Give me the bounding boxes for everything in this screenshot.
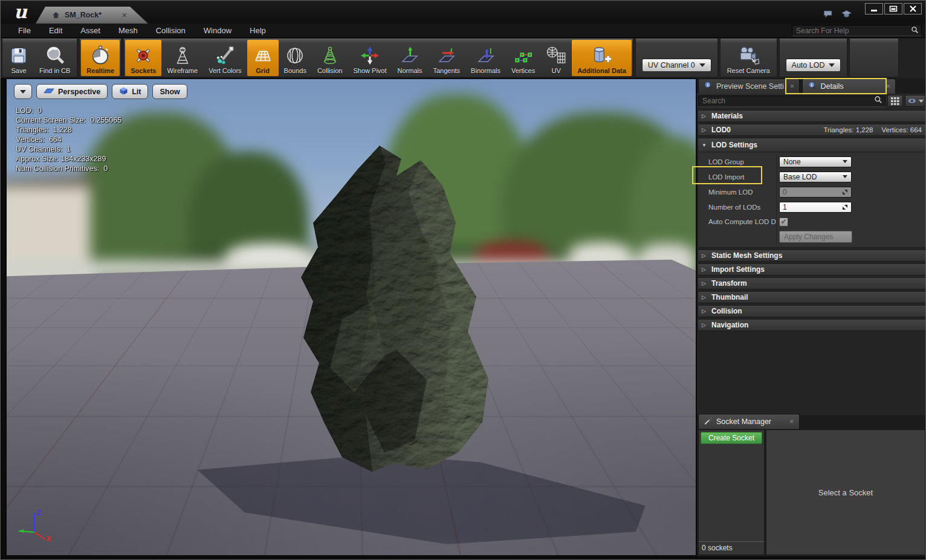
close-button[interactable] xyxy=(904,3,922,14)
viewport-options-button[interactable] xyxy=(14,84,32,99)
menu-window[interactable]: Window xyxy=(195,24,241,38)
menu-file[interactable]: File xyxy=(9,24,40,38)
apply-changes-row: Apply Changes xyxy=(698,229,925,245)
section-navigation[interactable]: ▷ Navigation xyxy=(698,319,926,331)
uv-channel-dropdown[interactable]: UV Channel 0 xyxy=(642,59,711,72)
camera-icon xyxy=(737,44,760,67)
help-search-box[interactable] xyxy=(792,25,922,36)
lit-button[interactable]: Lit xyxy=(112,84,148,99)
section-lod-settings[interactable]: ▼ LOD Settings xyxy=(698,138,926,152)
rock-mesh[interactable] xyxy=(245,138,505,477)
details-search-box[interactable] xyxy=(698,95,886,107)
sockets-button[interactable]: Sockets xyxy=(125,40,161,76)
lod0-triangles: Triangles: 1,228 xyxy=(823,126,873,134)
tab-close-icon[interactable]: ✕ xyxy=(790,83,795,89)
section-lod0[interactable]: ▷ LOD0 Triangles: 1,228 Vertices: 664 xyxy=(698,124,926,136)
normals-button[interactable]: Normals xyxy=(392,40,428,76)
tab-socket-manager[interactable]: Socket Manager ✕ xyxy=(698,414,800,429)
section-collision[interactable]: ▷ Collision xyxy=(698,305,926,317)
menu-collision[interactable]: Collision xyxy=(147,24,195,38)
menu-edit[interactable]: Edit xyxy=(40,24,71,38)
show-pivot-button[interactable]: Show Pivot xyxy=(348,40,392,76)
number-of-lods-row: Number of LODs 1 xyxy=(698,199,925,214)
chevron-down-icon xyxy=(843,175,847,178)
minimize-button[interactable] xyxy=(865,3,883,14)
auto-compute-checkbox[interactable]: ✔ xyxy=(779,217,788,227)
show-button[interactable]: Show xyxy=(152,84,187,99)
tab-preview-scene-settings[interactable]: i Preview Scene Setti ✕ xyxy=(698,79,800,94)
find-in-cb-button[interactable]: Find in CB xyxy=(34,40,76,76)
toolbar: Save Find in CB Realtime xyxy=(1,38,925,78)
menu-mesh[interactable]: Mesh xyxy=(109,24,147,38)
search-icon xyxy=(911,25,919,36)
magnifier-icon xyxy=(45,44,65,67)
stat-screen-size: Current Screen Size: 0.255065 xyxy=(16,115,121,125)
vert-colors-button[interactable]: Vert Colors xyxy=(203,40,247,76)
auto-lod-dropdown[interactable]: Auto LOD xyxy=(786,59,841,72)
socket-count: 0 sockets xyxy=(699,541,764,555)
tab-close-icon[interactable]: ✕ xyxy=(789,419,794,425)
realtime-button[interactable]: Realtime xyxy=(81,40,120,76)
section-import-settings[interactable]: ▷ Import Settings xyxy=(698,263,926,275)
section-materials[interactable]: ▷ Materials xyxy=(698,110,926,122)
section-transform[interactable]: ▷ Transform xyxy=(698,277,926,289)
bounds-button[interactable]: Bounds xyxy=(279,40,312,76)
additional-data-button[interactable]: Additional Data xyxy=(572,40,632,76)
expander-icon: ▷ xyxy=(702,127,708,133)
uv-button[interactable]: UV xyxy=(540,40,572,76)
select-socket-hint: Select a Socket xyxy=(818,488,873,497)
vertices-icon xyxy=(513,44,534,67)
details-sections: ▷ Materials ▷ LOD0 Triangles: 1,228 Vert… xyxy=(697,108,926,333)
menu-asset[interactable]: Asset xyxy=(71,24,109,38)
save-button[interactable]: Save xyxy=(4,40,34,76)
maximize-button[interactable] xyxy=(884,3,902,14)
svg-text:i: i xyxy=(707,83,709,88)
auto-compute-row: Auto Compute LOD Di ✔ xyxy=(698,214,925,229)
stopwatch-icon xyxy=(90,44,111,67)
property-matrix-button[interactable] xyxy=(887,95,903,107)
asset-tab-close-icon[interactable]: ✕ xyxy=(121,11,127,19)
chevron-down-icon xyxy=(829,63,835,67)
grid-view-icon xyxy=(891,97,899,105)
asset-tab-label: SM_Rock* xyxy=(65,11,102,19)
grid-icon xyxy=(253,44,273,67)
wireframe-button[interactable]: Wireframe xyxy=(161,40,203,76)
expander-icon: ▷ xyxy=(702,322,708,328)
display-filter-button[interactable] xyxy=(905,95,925,107)
details-empty-area xyxy=(697,333,926,415)
bounds-icon xyxy=(285,44,305,67)
tab-close-icon[interactable]: ✕ xyxy=(886,83,891,89)
3d-viewport[interactable]: Perspective Lit Show LOD: 0 Current Scre… xyxy=(7,79,696,555)
chevron-down-icon xyxy=(20,90,26,94)
grid-button[interactable]: Grid xyxy=(247,40,279,76)
vertices-button[interactable]: Vertices xyxy=(506,40,540,76)
menu-help[interactable]: Help xyxy=(241,24,275,38)
expander-icon: ▷ xyxy=(702,280,708,286)
number-of-lods-spinbox[interactable]: 1 xyxy=(779,202,852,213)
socket-details-area: Select a Socket xyxy=(766,430,925,555)
tutorial-icon[interactable] xyxy=(840,9,853,22)
section-static-mesh-settings[interactable]: ▷ Static Mesh Settings xyxy=(698,249,926,262)
svg-text:Z: Z xyxy=(37,508,42,517)
tangents-button[interactable]: Tangents xyxy=(427,40,465,76)
reset-camera-button[interactable]: Reset Camera xyxy=(722,40,775,76)
home-icon xyxy=(51,11,60,19)
section-thumbnail[interactable]: ▷ Thumbnail xyxy=(698,291,926,303)
help-search-input[interactable] xyxy=(796,27,911,35)
unreal-logo-icon: u xyxy=(7,1,34,24)
lod-group-dropdown[interactable]: None xyxy=(779,156,852,167)
lod-import-dropdown[interactable]: Base LOD xyxy=(779,172,852,182)
binormals-button[interactable]: Binormals xyxy=(465,40,506,76)
stat-collision-primitives: Num Collision Primitives: 0 xyxy=(16,164,121,173)
collision-button[interactable]: Collision xyxy=(312,40,348,76)
asset-tab[interactable]: SM_Rock* ✕ xyxy=(36,7,148,24)
tab-details[interactable]: i Details ✕ xyxy=(802,79,896,94)
details-search-input[interactable] xyxy=(702,97,874,105)
perspective-button[interactable]: Perspective xyxy=(36,84,108,99)
info-icon: i xyxy=(704,81,713,92)
binormals-icon xyxy=(476,44,496,67)
chevron-down-icon xyxy=(919,100,924,103)
apply-changes-button[interactable]: Apply Changes xyxy=(779,231,852,243)
create-socket-button[interactable]: Create Socket xyxy=(701,432,762,444)
feedback-icon[interactable] xyxy=(822,9,834,22)
